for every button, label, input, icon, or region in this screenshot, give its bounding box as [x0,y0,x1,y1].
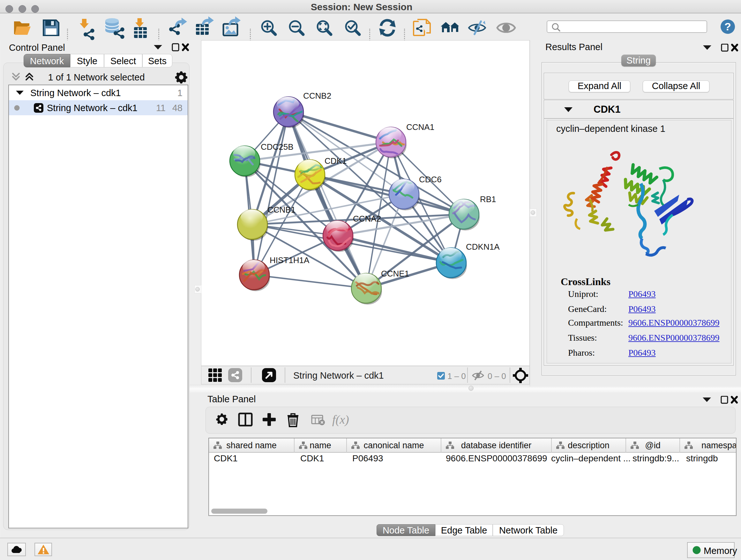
svg-text:CCNB1: CCNB1 [267,205,295,214]
svg-text:HIST1H1A: HIST1H1A [270,255,310,265]
svg-text:CDK1: CDK1 [325,156,347,166]
svg-text:CCNA2: CCNA2 [353,214,381,224]
svg-text:CDKN1A: CDKN1A [466,242,500,252]
svg-text:CDC25B: CDC25B [261,142,293,152]
svg-text:CCNE1: CCNE1 [381,269,409,278]
svg-text:CDC6: CDC6 [419,175,442,184]
svg-text:CCNA1: CCNA1 [406,122,434,132]
svg-text:CCNB2: CCNB2 [303,91,331,101]
svg-text:f(x): f(x) [332,413,349,427]
svg-text:RB1: RB1 [480,194,496,204]
